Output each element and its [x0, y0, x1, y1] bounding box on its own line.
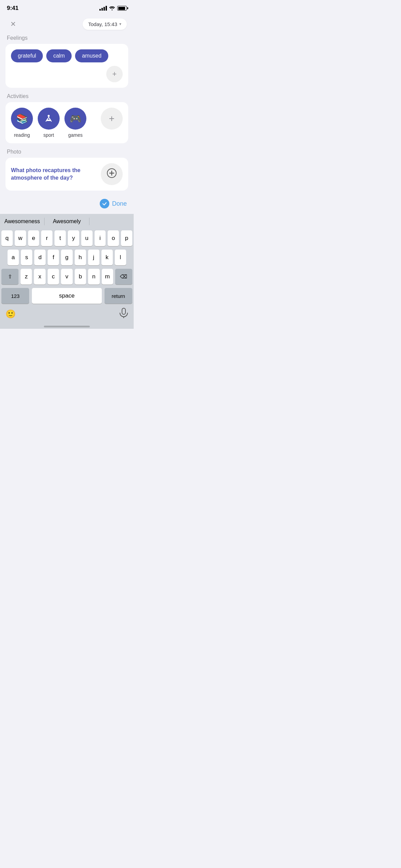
add-activity-button[interactable]: +: [101, 108, 123, 130]
activities-section-label: Activities: [5, 93, 128, 99]
activity-games-label: games: [68, 132, 83, 138]
activity-item-games[interactable]: 🎮 games: [64, 108, 86, 138]
key-v[interactable]: v: [61, 269, 72, 285]
activity-games-icon: 🎮: [64, 108, 86, 130]
key-row-2: a s d f g h j k l: [1, 250, 132, 265]
plus-icon: +: [112, 70, 117, 78]
key-f[interactable]: f: [48, 250, 59, 265]
delete-key[interactable]: ⌫: [115, 269, 132, 285]
key-g[interactable]: g: [61, 250, 72, 265]
add-photo-icon: [107, 168, 117, 180]
activities-row: 📚 reading sport 🎮 games: [11, 108, 123, 138]
close-button[interactable]: ✕: [7, 18, 19, 30]
header-row: ✕ Today, 15:43 ▾: [5, 14, 128, 35]
activity-sport-icon: [38, 108, 60, 130]
plus-icon: +: [109, 114, 114, 123]
key-w[interactable]: w: [15, 230, 26, 246]
photo-question: What photo recaptures the atmosphere of …: [11, 167, 93, 182]
activity-reading-label: reading: [14, 132, 30, 138]
key-c[interactable]: c: [48, 269, 59, 285]
autocomplete-bar: Awesomeness Awesomely: [0, 214, 134, 229]
feelings-section-label: Feelings: [5, 35, 128, 41]
key-o[interactable]: o: [108, 230, 119, 246]
key-d[interactable]: d: [34, 250, 46, 265]
key-q[interactable]: q: [1, 230, 13, 246]
close-icon: ✕: [10, 20, 16, 28]
key-m[interactable]: m: [102, 269, 113, 285]
autocomplete-awesomeness[interactable]: Awesomeness: [0, 218, 45, 225]
emoji-icon[interactable]: 🙂: [5, 309, 16, 319]
main-content: ✕ Today, 15:43 ▾ Feelings grateful calm …: [0, 14, 134, 214]
key-s[interactable]: s: [21, 250, 32, 265]
activity-reading-icon: 📚: [11, 108, 33, 130]
key-e[interactable]: e: [28, 230, 39, 246]
photo-row: What photo recaptures the atmosphere of …: [11, 163, 123, 185]
photo-section-label: Photo: [5, 149, 128, 155]
home-indicator: [0, 323, 134, 329]
key-j[interactable]: j: [88, 250, 99, 265]
feeling-chip-calm[interactable]: calm: [46, 49, 72, 62]
microphone-icon[interactable]: [119, 308, 128, 320]
wifi-icon: [109, 5, 115, 11]
svg-rect-2: [122, 308, 125, 314]
done-label: Done: [112, 200, 127, 207]
key-b[interactable]: b: [75, 269, 86, 285]
battery-icon: [117, 6, 127, 11]
feelings-chips-row: grateful calm amused +: [11, 49, 123, 82]
key-n[interactable]: n: [88, 269, 99, 285]
done-button[interactable]: Done: [100, 199, 127, 208]
key-a[interactable]: a: [8, 250, 19, 265]
space-key[interactable]: space: [32, 288, 101, 304]
status-bar: 9:41: [0, 0, 134, 14]
status-time: 9:41: [7, 5, 19, 12]
add-photo-button[interactable]: [101, 163, 123, 185]
key-z[interactable]: z: [21, 269, 32, 285]
autocomplete-empty: [89, 221, 134, 222]
key-h[interactable]: h: [75, 250, 86, 265]
feeling-chip-grateful[interactable]: grateful: [11, 49, 43, 62]
chevron-down-icon: ▾: [119, 22, 121, 26]
numbers-key[interactable]: 123: [1, 288, 29, 304]
key-r[interactable]: r: [41, 230, 52, 246]
activities-card: 📚 reading sport 🎮 games: [5, 102, 128, 143]
feeling-chip-amused[interactable]: amused: [75, 49, 108, 62]
activity-sport-label: sport: [43, 132, 54, 138]
key-row-3: ⇧ z x c v b n m ⌫: [1, 269, 132, 285]
done-check-icon: [100, 199, 109, 208]
signal-icon: [99, 6, 107, 11]
autocomplete-awesomely[interactable]: Awesomely: [45, 218, 89, 225]
key-x[interactable]: x: [34, 269, 45, 285]
date-button[interactable]: Today, 15:43 ▾: [83, 19, 127, 30]
home-bar: [44, 326, 90, 327]
key-row-4: 123 space return: [1, 288, 132, 304]
key-y[interactable]: y: [68, 230, 79, 246]
date-text: Today, 15:43: [88, 21, 117, 27]
key-row-1: q w e r t y u i o p: [1, 230, 132, 246]
key-u[interactable]: u: [81, 230, 93, 246]
feelings-card: grateful calm amused +: [5, 44, 128, 88]
activity-item-reading[interactable]: 📚 reading: [11, 108, 33, 138]
photo-card: What photo recaptures the atmosphere of …: [5, 158, 128, 191]
done-row: Done: [5, 196, 128, 214]
key-p[interactable]: p: [121, 230, 132, 246]
keyboard-area: Awesomeness Awesomely q w e r t y u i o …: [0, 214, 134, 329]
return-key[interactable]: return: [105, 288, 132, 304]
add-feeling-button[interactable]: +: [106, 66, 123, 82]
key-l[interactable]: l: [115, 250, 126, 265]
key-k[interactable]: k: [101, 250, 113, 265]
key-i[interactable]: i: [95, 230, 106, 246]
keyboard-bottom: 🙂: [0, 305, 134, 323]
key-t[interactable]: t: [54, 230, 66, 246]
shift-key[interactable]: ⇧: [1, 269, 19, 285]
status-icons: [99, 5, 127, 11]
activity-item-sport[interactable]: sport: [38, 108, 60, 138]
keyboard-keys: q w e r t y u i o p a s d f g h j k l ⇧ …: [0, 229, 134, 304]
